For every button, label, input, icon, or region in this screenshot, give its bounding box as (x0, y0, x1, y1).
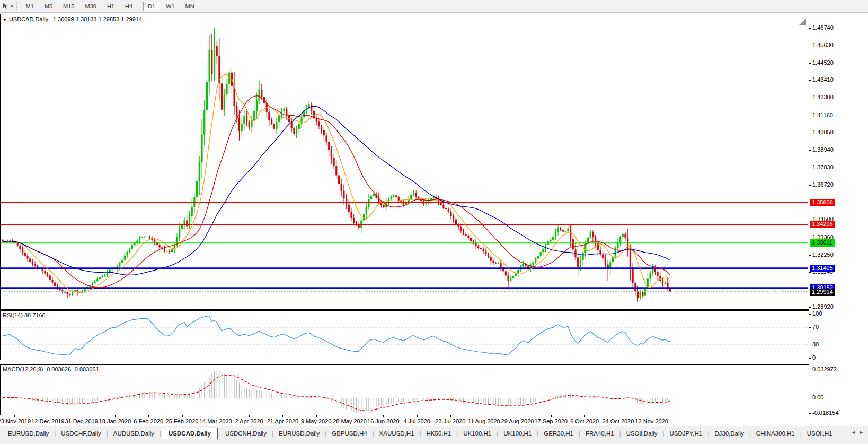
rsi-axis-tick: 100 (812, 310, 822, 317)
time-axis-tick: 16 Jun 2020 (367, 418, 400, 424)
chart-tab-eurusd-daily[interactable]: EURUSD,Daily (274, 428, 324, 439)
time-axis-tick: 14 Mar 2020 (199, 418, 232, 424)
macd-indicator-panel: MACD(12,26,9) -0.003626 -0.003051 (0, 364, 809, 415)
timeframe-button-d1[interactable]: D1 (143, 2, 160, 11)
rsi-canvas[interactable] (0, 310, 809, 360)
timeframe-button-m5[interactable]: M5 (40, 2, 57, 11)
time-axis-tick-mark (618, 415, 618, 417)
timeframe-button-m30[interactable]: M30 (81, 2, 101, 11)
chart-tab-ger30-h1[interactable]: GER30,H1 (539, 428, 578, 439)
rsi-axis-tick: 70 (812, 324, 819, 330)
chart-tab-usdcnh-daily[interactable]: USDCNH,Daily (220, 428, 271, 439)
axis-tick-mark (809, 46, 811, 46)
current-price-badge: 1.29914 (810, 289, 835, 296)
rsi-indicator-panel: RSI(14) 38.7166 (0, 310, 809, 360)
axis-tick-mark (809, 255, 811, 256)
time-axis-tick-mark (216, 415, 216, 417)
chart-tab-usdjpy-h1[interactable]: USDJPY,H1 (665, 428, 707, 439)
axis-tick-mark (809, 307, 811, 308)
main-chart-canvas[interactable] (0, 14, 809, 310)
chart-tab-china300-h1[interactable]: CHINA300,H1 (751, 428, 800, 439)
time-axis-tick: 6 Feb 2020 (134, 418, 163, 424)
price-axis-tick: 1.32250 (812, 251, 834, 258)
chart-tab-uk100-h1[interactable]: UK100,H1 (458, 428, 496, 439)
timeframe-button-h1[interactable]: H1 (102, 2, 119, 11)
time-axis-tick-mark (551, 415, 552, 417)
axis-tick-mark (809, 398, 811, 398)
chart-tab-eurusd-daily[interactable]: EURUSD,Daily (3, 428, 54, 439)
timeframe-buttons: M1M5M15M30H1H4D1W1MN (21, 3, 200, 10)
time-axis-tick: 4 Jul 2020 (403, 418, 430, 424)
time-axis-tick-mark (450, 415, 451, 417)
trading-terminal-window: ▾ M1M5M15M30H1H4D1W1MN ▼USDCAD,Daily1.30… (0, 0, 868, 444)
time-axis-tick: 11 Aug 2020 (468, 418, 500, 424)
chart-tab-usdcad-daily[interactable]: USDCAD,Daily (162, 428, 218, 439)
time-axis-tick-mark (316, 415, 317, 417)
rsi-axis-tick: 0 (812, 354, 816, 361)
price-axis-tick: 1.46740 (812, 24, 834, 31)
chart-tab-uk100-h1[interactable]: UK100,H1 (499, 428, 536, 439)
rsi-axis-tick: 30 (812, 341, 819, 347)
timeframe-button-w1[interactable]: W1 (161, 2, 180, 11)
price-level-badge: 1.35606 (810, 199, 835, 206)
macd-canvas[interactable] (0, 364, 809, 415)
time-axis-tick-mark (652, 415, 652, 417)
time-axis-tick: 6 Oct 2020 (570, 418, 599, 424)
time-axis-tick-mark (14, 415, 15, 417)
axis-tick-mark (809, 168, 811, 168)
time-axis-tick-mark (48, 415, 48, 417)
tab-scroll-right-icon[interactable]: ► (859, 430, 864, 435)
chart-tab-hk50-h1[interactable]: HK50,H1 (422, 428, 456, 439)
time-axis-tick-mark (350, 415, 350, 417)
axis-tick-mark (809, 345, 811, 345)
timeframe-button-m15[interactable]: M15 (58, 2, 79, 11)
toolbar-divider (140, 3, 140, 10)
timeframe-button-mn[interactable]: MN (181, 2, 199, 11)
time-axis-tick-mark (182, 415, 183, 417)
chart-tab-gbpusd-h4[interactable]: GBPUSD,H4 (327, 428, 371, 439)
cursor-tool-icon[interactable] (1, 2, 11, 11)
macd-axis-tick: -0.018154 (812, 410, 839, 416)
axis-tick-mark (809, 413, 811, 414)
axis-tick-mark (809, 238, 811, 238)
timeframe-button-h4[interactable]: H4 (120, 2, 137, 11)
chevron-down-icon[interactable]: ▾ (11, 4, 13, 9)
time-axis-tick: 23 Nov 2019 (0, 418, 31, 424)
time-axis-tick-mark (282, 415, 283, 417)
chart-tab-dj30-daily[interactable]: DJ30,Daily (710, 428, 749, 439)
timeframe-button-m1[interactable]: M1 (21, 2, 39, 11)
time-axis-tick-mark (383, 415, 384, 417)
price-level-badge: 1.31405 (810, 265, 835, 272)
chart-tab-fra40-h1[interactable]: FRA40,H1 (581, 428, 619, 439)
axis-tick-mark (809, 150, 811, 151)
chart-tab-usoil-daily[interactable]: USOil,Daily (622, 428, 662, 439)
toolbar-grip[interactable] (16, 2, 17, 10)
time-axis-tick-mark (484, 415, 484, 417)
chart-tab-usoil-h1[interactable]: USOil,H1 (802, 428, 837, 439)
price-level-badge: 1.34206 (810, 221, 835, 228)
time-axis-tick-mark (115, 415, 116, 417)
time-axis-tick: 12 Dec 2019 (31, 418, 64, 424)
time-axis-tick-mark (584, 415, 585, 417)
axis-tick-mark (809, 63, 811, 64)
time-axis-tick-mark (249, 415, 250, 417)
price-axis-tick: 1.43410 (812, 76, 834, 83)
chart-tab-usdchf-daily[interactable]: USDCHF,Daily (56, 428, 105, 439)
axis-tick-mark (809, 370, 811, 370)
time-axis-tick: 2 Apr 2020 (235, 418, 263, 424)
price-axis-tick: 1.36720 (812, 181, 834, 188)
macd-axis-tick: 0.00 (812, 394, 823, 401)
price-axis-tick: 1.42300 (812, 94, 834, 100)
time-axis-tick: 25 Feb 2020 (166, 418, 199, 424)
price-axis-tick: 1.37830 (812, 164, 834, 170)
tab-scroll-left-icon[interactable]: ◄ (851, 430, 856, 435)
price-axis-tick: 1.28920 (812, 303, 834, 310)
axis-tick-mark (809, 116, 811, 116)
chart-tab-xauusd-h1[interactable]: XAUUSD,H1 (375, 428, 419, 439)
price-axis-tick: 1.44520 (812, 59, 834, 66)
chart-tab-audusd-daily[interactable]: AUDUSD,Daily (109, 428, 159, 439)
axis-tick-mark (809, 80, 811, 81)
price-axis-tick: 1.45630 (812, 42, 834, 48)
price-level-badge: 1.33011 (810, 239, 835, 247)
time-axis-tick: 29 Aug 2020 (501, 418, 534, 424)
